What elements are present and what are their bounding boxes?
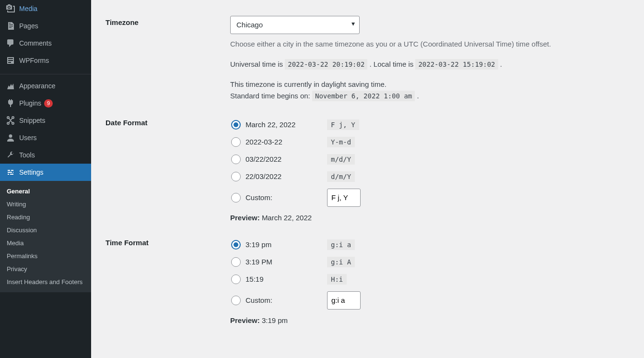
submenu-media[interactable]: Media xyxy=(0,237,91,250)
appearance-icon xyxy=(6,81,15,91)
timezone-label: Timezone xyxy=(105,9,230,109)
date-format-radio-custom[interactable] xyxy=(231,193,241,203)
time-format-option: 3:19 pm g:i a xyxy=(230,239,625,250)
sidebar-item-label: Comments xyxy=(19,39,52,47)
sidebar-item-label: Plugins xyxy=(19,99,41,107)
time-format-label: Time Format xyxy=(105,229,230,332)
date-format-code: F j, Y xyxy=(327,119,359,130)
time-format-code: g:i a xyxy=(327,239,355,250)
time-format-preview: Preview: 3:19 pm xyxy=(230,316,625,324)
submenu-writing[interactable]: Writing xyxy=(0,198,91,211)
time-format-radio[interactable] xyxy=(231,240,241,250)
submenu-general[interactable]: General xyxy=(0,185,91,198)
sidebar-item-label: Tools xyxy=(19,151,35,159)
date-format-code: d/m/Y xyxy=(327,171,355,182)
date-format-code: Y-m-d xyxy=(327,137,355,147)
date-format-option: 22/03/2022 d/m/Y xyxy=(230,171,625,182)
sidebar-item-wpforms[interactable]: WPForms xyxy=(0,52,91,69)
plugins-icon xyxy=(6,98,15,108)
sidebar-item-users[interactable]: Users xyxy=(0,129,91,146)
date-format-code: m/d/Y xyxy=(327,154,355,165)
sidebar-item-label: Appearance xyxy=(19,82,56,90)
date-format-label: Date Format xyxy=(105,109,230,229)
sidebar-item-pages[interactable]: Pages xyxy=(0,17,91,35)
date-format-radio[interactable] xyxy=(231,137,241,147)
settings-submenu: General Writing Reading Discussion Media… xyxy=(0,181,91,292)
date-format-option-custom: Custom: xyxy=(230,189,625,207)
date-format-option: March 22, 2022 F j, Y xyxy=(230,119,625,130)
users-icon xyxy=(6,133,15,143)
timezone-times: Universal time is 2022-03-22 20:19:02 . … xyxy=(230,59,625,70)
media-icon xyxy=(6,4,15,13)
wpforms-icon xyxy=(6,56,15,65)
snippets-icon xyxy=(6,116,15,125)
sidebar-item-snippets[interactable]: Snippets xyxy=(0,112,91,129)
sidebar-item-label: Media xyxy=(19,5,37,12)
date-format-radio[interactable] xyxy=(231,120,241,130)
sidebar-item-settings[interactable]: Settings xyxy=(0,164,91,181)
timezone-description: Choose either a city in the same timezon… xyxy=(230,39,625,50)
submenu-privacy[interactable]: Privacy xyxy=(0,263,91,275)
tools-icon xyxy=(6,150,15,160)
date-format-custom-input[interactable] xyxy=(327,189,361,207)
time-format-option-custom: Custom: xyxy=(230,291,625,310)
sidebar-item-media[interactable]: Media xyxy=(0,0,91,17)
time-format-radio[interactable] xyxy=(231,274,241,284)
time-format-option: 3:19 PM g:i A xyxy=(230,257,625,267)
timezone-dst-info: This timezone is currently in daylight s… xyxy=(230,79,625,102)
sidebar-item-label: WPForms xyxy=(19,57,49,64)
time-format-option: 15:19 H:i xyxy=(230,274,625,285)
settings-content: Timezone Chicago Choose either a city in… xyxy=(91,0,644,358)
standard-time-value: November 6, 2022 1:00 am xyxy=(312,91,415,101)
date-format-option: 2022-03-22 Y-m-d xyxy=(230,137,625,147)
sidebar-item-comments[interactable]: Comments xyxy=(0,35,91,52)
time-format-code: g:i A xyxy=(327,257,355,267)
sidebar-item-plugins[interactable]: Plugins 9 xyxy=(0,95,91,112)
date-format-radio[interactable] xyxy=(231,155,241,164)
sidebar-item-tools[interactable]: Tools xyxy=(0,146,91,164)
menu-separator xyxy=(0,72,91,74)
submenu-insert-headers-footers[interactable]: Insert Headers and Footers xyxy=(0,275,91,288)
sidebar-item-label: Snippets xyxy=(19,117,45,124)
sidebar-item-appearance[interactable]: Appearance xyxy=(0,77,91,95)
sidebar-item-label: Users xyxy=(19,134,37,142)
sidebar-item-label: Settings xyxy=(19,168,44,176)
comments-icon xyxy=(6,38,15,48)
universal-time-value: 2022-03-22 20:19:02 xyxy=(285,59,367,70)
time-format-radio[interactable] xyxy=(231,257,241,267)
pages-icon xyxy=(6,21,15,31)
settings-icon xyxy=(6,167,15,177)
submenu-discussion[interactable]: Discussion xyxy=(0,224,91,237)
time-format-custom-input[interactable] xyxy=(327,291,361,310)
plugins-update-badge: 9 xyxy=(44,99,53,107)
sidebar-item-label: Pages xyxy=(19,22,38,30)
submenu-permalinks[interactable]: Permalinks xyxy=(0,250,91,263)
time-format-code: H:i xyxy=(327,274,347,285)
date-format-option: 03/22/2022 m/d/Y xyxy=(230,154,625,165)
local-time-value: 2022-03-22 15:19:02 xyxy=(415,59,498,70)
admin-sidebar: Media Pages Comments WPForms Appearance … xyxy=(0,0,91,358)
date-format-radio[interactable] xyxy=(231,172,241,181)
submenu-reading[interactable]: Reading xyxy=(0,211,91,224)
time-format-radio-custom[interactable] xyxy=(231,296,241,305)
timezone-select[interactable]: Chicago xyxy=(230,16,360,34)
date-format-preview: Preview: March 22, 2022 xyxy=(230,214,625,222)
